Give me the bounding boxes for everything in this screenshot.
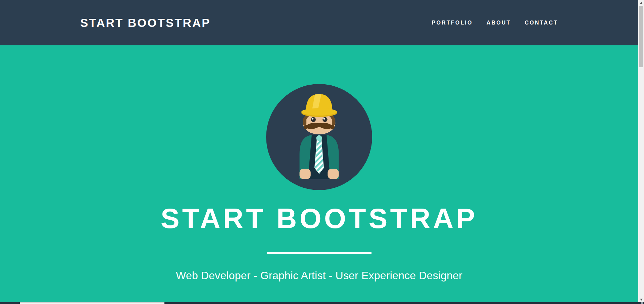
bottom-strip-left-segment bbox=[0, 302, 20, 304]
nav-link-contact[interactable]: CONTACT bbox=[525, 20, 558, 26]
brand-link[interactable]: START BOOTSTRAP bbox=[80, 16, 211, 30]
page-content: START BOOTSTRAP PORTFOLIO ABOUT CONTACT bbox=[0, 0, 638, 304]
scrollbar-up-button[interactable] bbox=[638, 0, 644, 6]
hero-section: START BOOTSTRAP Web Developer - Graphic … bbox=[0, 45, 638, 302]
nav-links: PORTFOLIO ABOUT CONTACT bbox=[432, 20, 558, 26]
triangle-up-icon bbox=[640, 2, 643, 4]
navbar-container: START BOOTSTRAP PORTFOLIO ABOUT CONTACT bbox=[80, 16, 558, 30]
title-divider bbox=[267, 252, 371, 254]
scrollbar-thumb[interactable] bbox=[639, 6, 643, 67]
page-subtitle: Web Developer - Graphic Artist - User Ex… bbox=[0, 269, 638, 282]
triangle-down-icon bbox=[640, 299, 643, 301]
nav-link-portfolio[interactable]: PORTFOLIO bbox=[432, 20, 473, 26]
top-navbar: START BOOTSTRAP PORTFOLIO ABOUT CONTACT bbox=[0, 0, 638, 45]
construction-worker-avatar-icon bbox=[266, 84, 372, 190]
scrollbar-down-button[interactable] bbox=[638, 297, 644, 302]
bottom-strip-sliver bbox=[641, 302, 643, 304]
vertical-scrollbar[interactable] bbox=[638, 0, 644, 304]
bottom-strip-light-segment bbox=[20, 302, 164, 304]
page-title: START BOOTSTRAP bbox=[0, 204, 638, 232]
bottom-edge-strip bbox=[0, 302, 644, 304]
nav-link-about[interactable]: ABOUT bbox=[487, 20, 511, 26]
